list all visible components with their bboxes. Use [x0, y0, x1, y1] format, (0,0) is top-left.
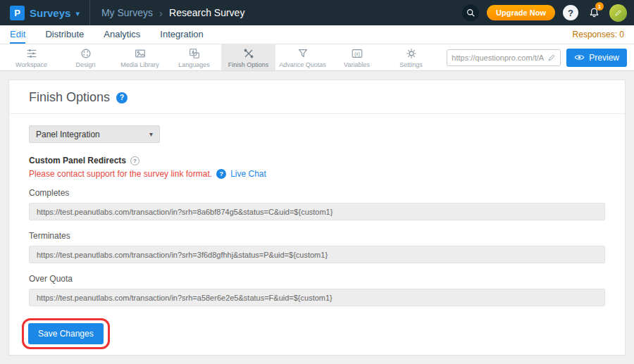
toolbar-label: Settings [399, 61, 423, 68]
caret-down-icon: ▾ [149, 130, 153, 138]
eye-icon [574, 54, 585, 61]
toolbar-item-finish-options[interactable]: Finish Options [221, 44, 275, 70]
over-quota-field-group: Over Quota [29, 274, 605, 306]
over-quota-label: Over Quota [29, 274, 605, 284]
toolbar-label: Languages [178, 61, 210, 68]
breadcrumb-survey-name: Research Survey [169, 7, 244, 18]
svg-text:{x}: {x} [354, 51, 361, 56]
top-actions: Upgrade Now ? 1 [462, 4, 627, 22]
redirects-help-icon[interactable]: ? [130, 156, 139, 165]
terminates-label: Terminates [29, 231, 605, 241]
toolbar-item-variables[interactable]: {x} Variables [330, 44, 384, 70]
upgrade-now-button[interactable]: Upgrade Now [487, 5, 555, 20]
completes-label: Completes [29, 188, 605, 198]
tab-integration[interactable]: Integration [160, 25, 203, 44]
section-heading-row: Custom Panel Redirects ? [29, 156, 605, 165]
card-body: Panel Integration ▾ Custom Panel Redirec… [9, 114, 625, 360]
avatar[interactable] [609, 4, 627, 22]
terminates-field-group: Terminates [29, 231, 605, 263]
image-icon [134, 47, 147, 60]
questionpro-logo: P [10, 6, 25, 20]
product-name: Surveys [30, 7, 70, 19]
notification-count-badge: 1 [595, 2, 604, 11]
notifications-button[interactable]: 1 [586, 5, 602, 20]
toolbar-item-media-library[interactable]: Media Library [113, 44, 167, 70]
toolbar-item-advance-quotas[interactable]: Advance Quotas [275, 44, 330, 70]
product-switcher[interactable]: P Surveys ▾ [7, 0, 90, 25]
search-button[interactable] [462, 4, 479, 21]
survey-url-box [447, 49, 561, 66]
edit-toolbar: Workspace Design Media Library Languages… [0, 44, 634, 71]
gear-icon [405, 47, 418, 60]
survey-url-input[interactable] [452, 54, 545, 62]
toolbar-label: Workspace [15, 61, 47, 68]
completes-field-group: Completes [29, 188, 605, 220]
toolbar-label: Variables [344, 61, 370, 68]
help-button[interactable]: ? [563, 5, 578, 20]
tab-analytics[interactable]: Analytics [104, 25, 140, 44]
dropdown-value: Panel Integration [36, 130, 100, 139]
preview-button[interactable]: Preview [566, 49, 627, 67]
toolbar-label: Finish Options [228, 61, 269, 68]
toolbar-item-languages[interactable]: Languages [167, 44, 221, 70]
language-icon [188, 47, 201, 60]
search-icon [466, 8, 476, 18]
panel-integration-dropdown[interactable]: Panel Integration ▾ [29, 125, 160, 143]
custom-panel-redirects-heading: Custom Panel Redirects [29, 156, 126, 165]
tab-distribute[interactable]: Distribute [45, 25, 84, 44]
support-note-row: Please contact support for the survey li… [29, 169, 605, 179]
edit-url-pencil-icon[interactable] [547, 54, 556, 62]
caret-down-icon: ▾ [75, 9, 80, 18]
toolbar-label: Design [75, 61, 95, 68]
pencil-icon [614, 9, 622, 17]
breadcrumb-my-surveys[interactable]: My Surveys [101, 7, 153, 18]
preview-label: Preview [589, 53, 619, 63]
variables-icon: {x} [351, 47, 363, 60]
annotation-highlight: Save Changes [22, 318, 110, 349]
toolbar-label: Media Library [120, 61, 159, 68]
tab-edit[interactable]: Edit [10, 25, 25, 44]
toolbar-item-settings[interactable]: Settings [384, 44, 438, 70]
main-content: Finish Options ? Panel Integration ▾ Cus… [0, 71, 634, 364]
terminates-url-input[interactable] [29, 246, 605, 263]
toolbar-item-workspace[interactable]: Workspace [4, 44, 58, 70]
completes-url-input[interactable] [29, 203, 605, 220]
live-chat-link[interactable]: Live Chat [230, 169, 266, 179]
breadcrumb: My Surveys › Research Survey [101, 7, 245, 19]
chevron-right-icon: › [159, 7, 163, 19]
finish-options-help-icon[interactable]: ? [116, 92, 128, 103]
palette-icon [80, 47, 92, 60]
over-quota-url-input[interactable] [29, 289, 605, 306]
card-header: Finish Options ? [9, 80, 625, 114]
live-chat-help-icon[interactable]: ? [216, 169, 226, 179]
section-tabs: Edit Distribute Analytics Integration Re… [0, 25, 634, 44]
support-message: Please contact support for the survey li… [29, 169, 212, 179]
responses-count[interactable]: Responses: 0 [573, 25, 624, 44]
toolbar-label: Advance Quotas [279, 61, 326, 68]
finish-options-card: Finish Options ? Panel Integration ▾ Cus… [8, 80, 626, 356]
top-bar: P Surveys ▾ My Surveys › Research Survey… [0, 0, 634, 25]
workspace-icon [25, 47, 38, 60]
save-changes-button[interactable]: Save Changes [28, 323, 104, 344]
tools-icon [242, 47, 255, 60]
page-title: Finish Options [29, 90, 110, 105]
toolbar-item-design[interactable]: Design [58, 44, 113, 70]
funnel-icon [297, 47, 309, 60]
